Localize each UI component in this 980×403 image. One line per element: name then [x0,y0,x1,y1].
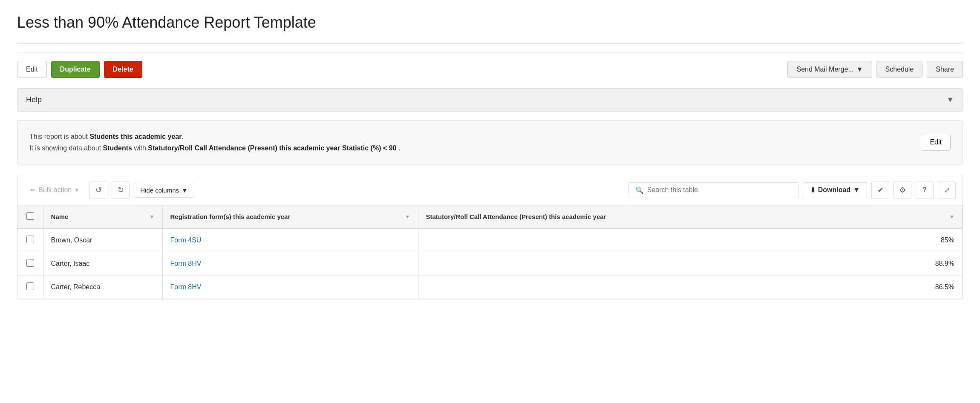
info-line1-pre: This report is about [29,133,89,140]
mail-merge-chevron-icon: ▼ [856,66,863,73]
info-line1: This report is about Students this acade… [29,131,400,142]
redo-icon: ↻ [118,185,124,195]
download-label: Download [818,186,850,194]
row-checkbox-cell [17,252,43,276]
row-attendance-0: 85% [418,228,963,252]
gear-button[interactable]: ⚙ [894,181,911,199]
help-section: Help ▼ [17,88,963,112]
search-box[interactable]: 🔍 [628,182,798,198]
table-row: Carter, Isaac Form 8HV 88.9% [17,252,963,276]
expand-button[interactable]: ⤢ [938,181,956,199]
info-box: This report is about Students this acade… [17,120,963,164]
registration-link-0[interactable]: Form 4SU [170,236,202,244]
right-actions: Send Mail Merge... ▼ Schedule Share [787,61,963,78]
row-name-2: Carter, Rebecca [43,276,162,299]
row-registration-1: Form 8HV [162,252,418,276]
delete-button[interactable]: Delete [104,61,142,78]
help-chevron-icon: ▼ [946,95,954,104]
table-toolbar: ✏ Bulk action ▼ ↺ ↻ Hide columns ▼ 🔍 [17,175,963,205]
info-edit-button[interactable]: Edit [921,134,951,151]
registration-link-2[interactable]: Form 8HV [170,283,202,291]
help-header[interactable]: Help ▼ [17,89,963,111]
row-name-0: Brown, Oscar [43,228,162,252]
registration-link-1[interactable]: Form 8HV [170,260,202,267]
data-table: Name ▼ Registration form(s) this academi… [17,205,963,299]
info-line1-bold: Students this academic year [89,133,182,140]
help-button[interactable]: ? [916,181,934,199]
row-attendance-2: 86.5% [418,276,963,299]
table-row: Carter, Rebecca Form 8HV 86.5% [17,276,963,299]
row-checkbox-cell [17,276,43,299]
gear-icon: ⚙ [899,185,906,195]
info-line2-pre: It is showing data about [29,144,103,152]
hide-columns-button[interactable]: Hide columns ▼ [134,183,194,198]
question-icon: ? [922,186,927,194]
info-line2-post: . [397,144,401,152]
th-checkbox [17,205,43,228]
info-text: This report is about Students this acade… [29,131,400,154]
hide-columns-chevron-icon: ▼ [182,187,188,194]
redo-button[interactable]: ↻ [112,181,130,199]
registration-sort-icon: ▼ [405,214,410,220]
mail-merge-label: Send Mail Merge... [796,66,853,73]
pencil-icon: ✏ [30,186,36,194]
expand-icon: ⤢ [944,186,950,194]
duplicate-button[interactable]: Duplicate [51,61,100,78]
hide-columns-label: Hide columns [140,187,179,194]
select-all-checkbox[interactable] [26,212,34,220]
th-registration[interactable]: Registration form(s) this academic year … [162,205,418,228]
row-name-1: Carter, Isaac [43,252,162,276]
row-checkbox-2[interactable] [26,282,34,290]
bulk-action-button[interactable]: ✏ Bulk action ▼ [24,183,85,197]
row-checkbox-1[interactable] [26,259,34,267]
table-header-row: Name ▼ Registration form(s) this academi… [17,205,963,228]
toolbar-right: 🔍 ⬇ Download ▼ ✔ ⚙ ? ⤢ [628,181,956,199]
bulk-action-chevron-icon: ▼ [74,187,79,193]
top-action-bar: Edit Duplicate Delete Send Mail Merge...… [17,52,963,78]
undo-icon: ↺ [95,185,102,195]
info-line2-mid: with [132,144,148,152]
schedule-button[interactable]: Schedule [876,61,923,78]
row-registration-0: Form 4SU [162,228,418,252]
download-arrow-icon: ⬇ [810,186,816,194]
info-line2-bold2: Statutory/Roll Call Attendance (Present)… [148,144,396,152]
mail-merge-button[interactable]: Send Mail Merge... ▼ [787,61,872,78]
toolbar-left: ✏ Bulk action ▼ ↺ ↻ Hide columns ▼ [24,181,194,199]
page-title: Less than 90% Attendance Report Template [17,14,963,32]
checkmark-icon: ✔ [877,185,884,195]
share-button[interactable]: Share [927,61,963,78]
bulk-action-label: Bulk action [38,186,72,194]
download-button[interactable]: ⬇ Download ▼ [803,182,867,198]
table-row: Brown, Oscar Form 4SU 85% [17,228,963,252]
attendance-sort-icon: ▼ [949,214,954,220]
info-line1-post: . [182,133,184,140]
row-checkbox-0[interactable] [26,236,34,243]
table-container: ✏ Bulk action ▼ ↺ ↻ Hide columns ▼ 🔍 [17,175,963,299]
undo-button[interactable]: ↺ [89,181,107,199]
search-icon: 🔍 [635,186,644,194]
search-input[interactable] [647,186,791,194]
th-name[interactable]: Name ▼ [43,205,162,228]
th-name-label: Name [51,213,69,220]
left-actions: Edit Duplicate Delete [17,61,142,78]
edit-button[interactable]: Edit [17,61,47,78]
name-sort-icon: ▼ [150,214,155,220]
table-wrapper: Name ▼ Registration form(s) this academi… [17,205,963,299]
row-registration-2: Form 8HV [162,276,418,299]
info-line2-bold1: Students [103,144,132,152]
th-attendance-label: Statutory/Roll Call Attendance (Present)… [426,213,606,220]
help-title: Help [26,95,42,104]
th-attendance[interactable]: Statutory/Roll Call Attendance (Present)… [418,205,963,228]
info-line2: It is showing data about Students with S… [29,142,400,154]
checkmark-button[interactable]: ✔ [871,181,889,199]
row-attendance-1: 88.9% [418,252,963,276]
download-chevron-icon: ▼ [853,186,860,194]
th-registration-label: Registration form(s) this academic year [170,213,291,220]
row-checkbox-cell [17,228,43,252]
